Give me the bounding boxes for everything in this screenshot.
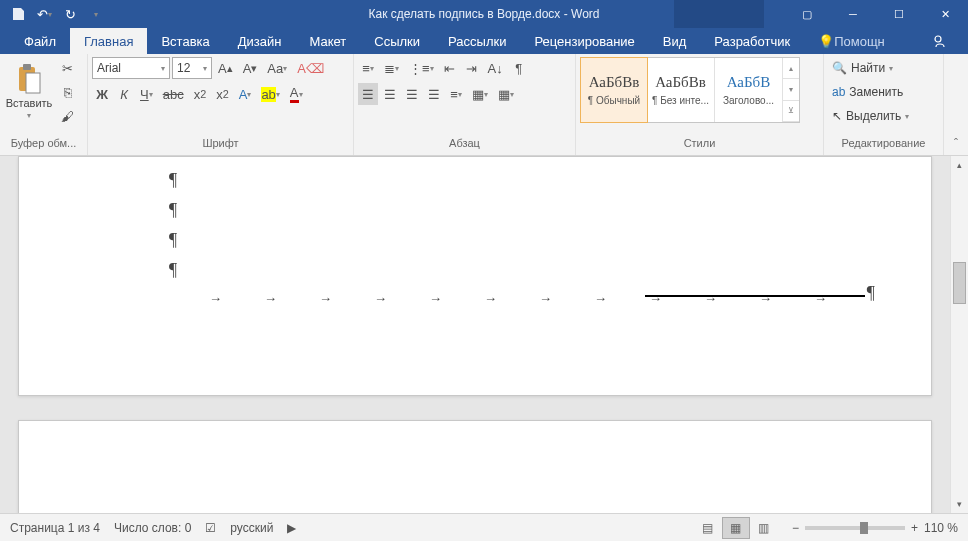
tab-home[interactable]: Главная <box>70 28 147 54</box>
pilcrow-icon: ¶ <box>169 165 891 195</box>
paste-button[interactable]: Вставить ▾ <box>4 57 54 120</box>
scroll-down-icon[interactable]: ▾ <box>951 495 968 513</box>
format-painter-icon[interactable]: 🖌 <box>57 105 78 127</box>
shading-icon[interactable]: ▦▾ <box>468 83 492 105</box>
zoom-slider[interactable] <box>805 526 905 530</box>
styles-gallery[interactable]: АаБбВв ¶ Обычный АаБбВв ¶ Без инте... Аа… <box>580 57 800 123</box>
replace-button[interactable]: ab Заменить <box>828 81 907 103</box>
line-spacing-icon[interactable]: ≡▾ <box>446 83 466 105</box>
sort-icon[interactable]: A↓ <box>484 57 507 79</box>
tab-review[interactable]: Рецензирование <box>520 28 648 54</box>
clear-format-icon[interactable]: A⌫ <box>293 57 328 79</box>
decrease-indent-icon[interactable]: ⇤ <box>440 57 460 79</box>
group-editing-label: Редактирование <box>828 137 939 155</box>
change-case-icon[interactable]: Aa▾ <box>263 57 291 79</box>
group-paragraph-label: Абзац <box>358 137 571 155</box>
scroll-up-icon[interactable]: ▴ <box>951 156 968 174</box>
find-button[interactable]: 🔍 Найти ▾ <box>828 57 897 79</box>
window-title: Как сделать подпись в Ворде.docx - Word <box>369 7 600 21</box>
font-size-input[interactable]: 12▾ <box>172 57 212 79</box>
copy-icon[interactable]: ⎘ <box>57 81 78 103</box>
shrink-font-icon[interactable]: A▾ <box>239 57 262 79</box>
group-styles-label: Стили <box>580 137 819 155</box>
highlight-icon[interactable]: ab▾ <box>257 83 283 105</box>
bullets-icon[interactable]: ≡▾ <box>358 57 378 79</box>
ribbon-display-icon[interactable]: ▢ <box>784 0 830 28</box>
tab-design[interactable]: Дизайн <box>224 28 296 54</box>
group-clipboard-label: Буфер обм... <box>4 137 83 155</box>
svg-rect-2 <box>23 64 31 70</box>
svg-point-0 <box>935 36 941 42</box>
font-color-icon[interactable]: A▾ <box>286 83 307 105</box>
tab-layout[interactable]: Макет <box>295 28 360 54</box>
style-normal[interactable]: АаБбВв ¶ Обычный <box>580 57 648 123</box>
select-button[interactable]: ↖ Выделить ▾ <box>828 105 913 127</box>
zoom-level[interactable]: 110 % <box>924 521 958 535</box>
zoom-out-icon[interactable]: − <box>792 521 799 535</box>
styles-down-icon[interactable]: ▾ <box>783 79 799 100</box>
pilcrow-icon: ¶ <box>169 195 891 225</box>
vertical-scrollbar[interactable]: ▴ ▾ <box>950 156 968 513</box>
numbering-icon[interactable]: ≣▾ <box>380 57 403 79</box>
view-print-icon[interactable]: ▦ <box>722 517 750 539</box>
underline-icon[interactable]: Ч▾ <box>136 83 157 105</box>
bold-icon[interactable]: Ж <box>92 83 112 105</box>
align-right-icon[interactable]: ☰ <box>402 83 422 105</box>
italic-icon[interactable]: К <box>114 83 134 105</box>
borders-icon[interactable]: ▦▾ <box>494 83 518 105</box>
collapse-ribbon-icon[interactable]: ˆ <box>944 54 968 155</box>
tab-mailings[interactable]: Рассылки <box>434 28 520 54</box>
pilcrow-icon: ¶ <box>867 283 875 304</box>
align-center-icon[interactable]: ☰ <box>380 83 400 105</box>
strike-icon[interactable]: abc <box>159 83 188 105</box>
text-effects-icon[interactable]: A▾ <box>235 83 256 105</box>
tell-me[interactable]: 💡 Помощн <box>804 28 899 54</box>
tab-insert[interactable]: Вставка <box>147 28 223 54</box>
style-no-spacing[interactable]: АаБбВв ¶ Без инте... <box>647 58 715 122</box>
styles-more-icon[interactable]: ⊻ <box>783 101 799 122</box>
font-name-input[interactable]: Arial▾ <box>92 57 170 79</box>
document-canvas[interactable]: ¶ ¶ ¶ ¶ →→→→→→→→→→→→ ¶ <box>0 156 950 513</box>
status-language[interactable]: русский <box>230 521 273 535</box>
subscript-icon[interactable]: x2 <box>190 83 211 105</box>
minimize-icon[interactable]: ─ <box>830 0 876 28</box>
styles-up-icon[interactable]: ▴ <box>783 58 799 79</box>
maximize-icon[interactable]: ☐ <box>876 0 922 28</box>
align-left-icon[interactable]: ☰ <box>358 83 378 105</box>
scroll-thumb[interactable] <box>953 262 966 304</box>
close-icon[interactable]: ✕ <box>922 0 968 28</box>
tab-developer[interactable]: Разработчик <box>700 28 804 54</box>
macro-icon[interactable]: ▶ <box>287 521 296 535</box>
tab-view[interactable]: Вид <box>649 28 701 54</box>
status-page[interactable]: Страница 1 из 4 <box>10 521 100 535</box>
tab-marks-row: →→→→→→→→→→→→ <box>209 291 871 306</box>
svg-rect-3 <box>26 73 40 93</box>
share-icon[interactable] <box>912 28 968 54</box>
user-account[interactable] <box>674 0 764 28</box>
undo-icon[interactable]: ↶▾ <box>32 2 56 26</box>
redo-icon[interactable]: ↻ <box>58 2 82 26</box>
view-read-icon[interactable]: ▤ <box>694 517 722 539</box>
group-font-label: Шрифт <box>92 137 349 155</box>
signature-line <box>645 295 865 297</box>
justify-icon[interactable]: ☰ <box>424 83 444 105</box>
spellcheck-icon[interactable]: ☑ <box>205 521 216 535</box>
status-words[interactable]: Число слов: 0 <box>114 521 191 535</box>
tab-references[interactable]: Ссылки <box>360 28 434 54</box>
tab-file[interactable]: Файл <box>10 28 70 54</box>
qat-customize-icon[interactable]: ▾ <box>84 2 108 26</box>
cut-icon[interactable]: ✂ <box>57 57 78 79</box>
view-web-icon[interactable]: ▥ <box>750 517 778 539</box>
style-heading1[interactable]: АаБбВ Заголово... <box>715 58 783 122</box>
save-icon[interactable] <box>6 2 30 26</box>
show-marks-icon[interactable]: ¶ <box>509 57 529 79</box>
increase-indent-icon[interactable]: ⇥ <box>462 57 482 79</box>
superscript-icon[interactable]: x2 <box>212 83 233 105</box>
grow-font-icon[interactable]: A▴ <box>214 57 237 79</box>
multilevel-icon[interactable]: ⋮≡▾ <box>405 57 438 79</box>
pilcrow-icon: ¶ <box>169 225 891 255</box>
zoom-in-icon[interactable]: + <box>911 521 918 535</box>
pilcrow-icon: ¶ <box>169 255 891 285</box>
